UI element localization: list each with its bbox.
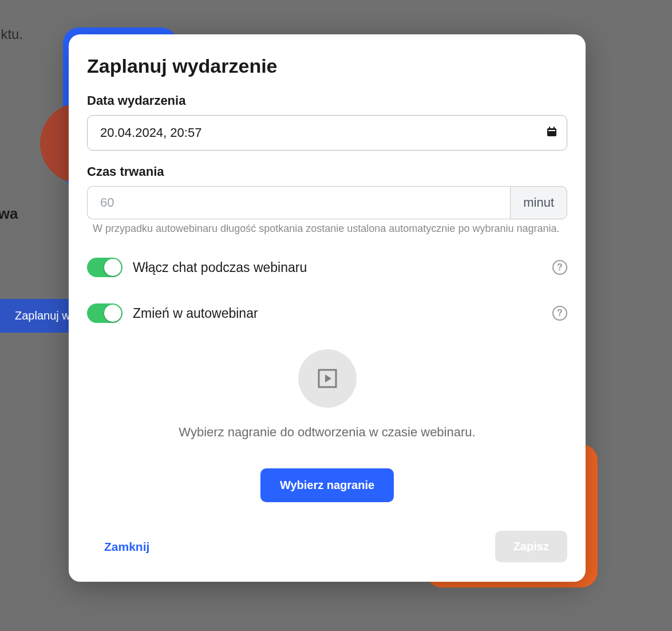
bg-heading: zaplanowa — [0, 205, 18, 223]
chat-toggle[interactable] — [87, 258, 122, 277]
date-input[interactable] — [87, 115, 567, 151]
bg-product-text: o produktu. — [0, 26, 23, 42]
duration-hint: W przypadku autowebinaru długość spotkan… — [87, 223, 567, 235]
autowebinar-toggle[interactable] — [87, 303, 122, 323]
recording-prompt: Wybierz nagranie do odtworzenia w czasie… — [87, 425, 567, 440]
chat-help-icon[interactable]: ? — [552, 260, 567, 275]
autowebinar-help-icon[interactable]: ? — [552, 306, 567, 321]
chat-toggle-label: Włącz chat podczas webinaru — [133, 260, 552, 275]
duration-input[interactable] — [87, 186, 510, 219]
duration-label: Czas trwania — [87, 164, 567, 179]
modal-title: Zaplanuj wydarzenie — [87, 55, 567, 77]
autowebinar-toggle-label: Zmień w autowebinar — [133, 306, 552, 321]
select-recording-button[interactable]: Wybierz nagranie — [260, 468, 394, 502]
date-label: Data wydarzenia — [87, 93, 567, 108]
save-button[interactable]: Zapisz — [495, 531, 567, 562]
schedule-event-modal: Zaplanuj wydarzenie Data wydarzenia Czas… — [69, 34, 586, 582]
duration-suffix: minut — [510, 186, 567, 219]
close-button[interactable]: Zamknij — [87, 540, 149, 554]
play-icon — [298, 349, 357, 408]
